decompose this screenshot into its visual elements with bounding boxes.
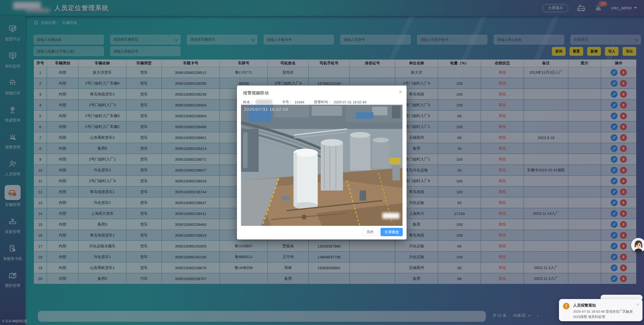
cctv-plant-scene	[241, 105, 402, 226]
assistant-avatar[interactable]	[631, 238, 644, 253]
warning-icon: !	[563, 303, 570, 309]
fullscreen-play-button[interactable]: 全屏播放	[381, 228, 403, 236]
close-icon[interactable]: ×	[637, 303, 639, 307]
card-number: 31694	[294, 100, 304, 104]
app-root: 人员定位管理系统 大屏展示 163 xrkc_admin	[0, 0, 644, 325]
alarm-video-frame[interactable]: 2025/07/31 16:02:58	[241, 105, 402, 226]
dialog-title: 报警视频联动	[243, 90, 269, 96]
alarm-video-dialog: 报警视频联动 × 姓名： 卡号： 31694 报警时间： 2025-07-31 …	[237, 86, 407, 239]
alarm-info-line: 姓名： 卡号： 31694 报警时间： 2025-07-31 16:02:48	[243, 100, 366, 104]
card-label: 卡号：	[282, 100, 292, 104]
video-watermark-blurred	[382, 213, 399, 219]
dialog-footer: 关闭 全屏播放	[362, 228, 403, 236]
notification-toast: ! 人员报警通知 × 2025-07-31 16:02:48 雷佰存在厂区触发 …	[559, 299, 642, 321]
person-name-blurred	[256, 100, 272, 104]
close-icon[interactable]: ×	[399, 89, 402, 95]
video-timestamp: 2025/07/31 16:02:58	[244, 107, 288, 112]
toast-message: 2025-07-31 16:02:48 雷佰存在厂区触发 SOS报警 请及时处理	[573, 309, 636, 320]
alarm-time: 2025-07-31 16:02:48	[334, 100, 366, 104]
name-label: 姓名：	[243, 100, 254, 104]
toast-title: 人员报警通知	[573, 303, 596, 308]
alarm-time-label: 报警时间：	[314, 100, 332, 104]
close-button[interactable]: 关闭	[362, 228, 378, 236]
